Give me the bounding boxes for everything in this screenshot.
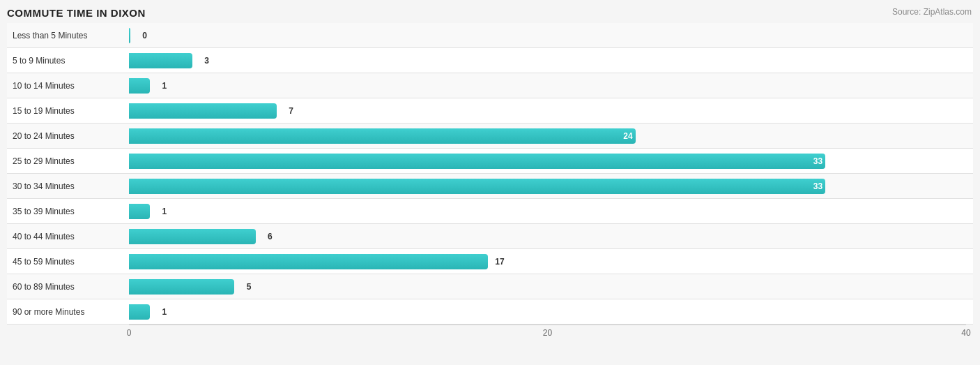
bar-row: 20 to 24 Minutes24 — [7, 124, 973, 149]
bar-row: 90 or more Minutes1 — [7, 299, 973, 325]
bar-track: 5 — [129, 279, 973, 295]
bar-track: 33 — [129, 179, 973, 194]
bar-fill: 1 — [129, 78, 150, 94]
bar-value: 0 — [142, 31, 147, 40]
bar-value: 3 — [204, 56, 209, 66]
bar-value: 7 — [289, 106, 293, 116]
bar-label: 25 to 29 Minutes — [7, 156, 129, 166]
bar-track: 3 — [129, 53, 973, 68]
bar-track: 1 — [129, 204, 973, 219]
bar-row: 40 to 44 Minutes6 — [7, 224, 973, 249]
bar-fill: 33 — [129, 154, 825, 169]
chart-container: COMMUTE TIME IN DIXON Source: ZipAtlas.c… — [0, 0, 980, 359]
bar-fill: 1 — [129, 304, 150, 320]
bar-row: 35 to 39 Minutes1 — [7, 199, 973, 224]
bar-label: 35 to 39 Minutes — [7, 207, 129, 216]
bar-value: 5 — [247, 282, 252, 292]
source-label: Source: ZipAtlas.com — [892, 7, 972, 17]
bar-track: 17 — [129, 254, 973, 269]
bar-label: 10 to 14 Minutes — [7, 81, 129, 91]
bar-row: 15 to 19 Minutes7 — [7, 98, 973, 124]
bar-value: 1 — [162, 207, 167, 216]
bar-track: 24 — [129, 128, 973, 144]
bar-track: 7 — [129, 103, 973, 119]
bar-row: Less than 5 Minutes0 — [7, 23, 973, 48]
bar-label: 30 to 34 Minutes — [7, 181, 129, 191]
bar-fill: 17 — [129, 254, 488, 269]
bar-value: 6 — [268, 232, 273, 241]
bar-fill: 6 — [129, 229, 256, 244]
bar-row: 45 to 59 Minutes17 — [7, 249, 973, 274]
bar-row: 25 to 29 Minutes33 — [7, 149, 973, 174]
bar-row: 10 to 14 Minutes1 — [7, 73, 973, 98]
bar-label: Less than 5 Minutes — [7, 31, 129, 40]
x-axis-tick: 0 — [127, 328, 132, 338]
bar-fill: 3 — [129, 53, 192, 68]
bar-track: 1 — [129, 304, 973, 320]
bar-fill: 7 — [129, 103, 277, 119]
bar-value: 17 — [495, 257, 504, 267]
chart-title: COMMUTE TIME IN DIXON — [7, 7, 973, 19]
chart-area: Less than 5 Minutes05 to 9 Minutes310 to… — [7, 23, 973, 325]
bar-fill: 33 — [129, 179, 825, 194]
bar-fill: 0 — [129, 28, 130, 43]
bar-fill: 24 — [129, 128, 636, 144]
bar-label: 60 to 89 Minutes — [7, 282, 129, 292]
bar-label: 20 to 24 Minutes — [7, 131, 129, 141]
bar-fill: 5 — [129, 279, 234, 295]
bar-value: 1 — [162, 307, 167, 317]
bar-label: 45 to 59 Minutes — [7, 257, 129, 267]
x-axis: 02040 — [129, 325, 966, 338]
bar-label: 5 to 9 Minutes — [7, 56, 129, 66]
bar-label: 15 to 19 Minutes — [7, 106, 129, 116]
bar-label: 40 to 44 Minutes — [7, 232, 129, 241]
bar-track: 33 — [129, 154, 973, 169]
x-axis-tick: 20 — [543, 328, 552, 338]
bar-track: 0 — [129, 28, 973, 43]
bar-value: 33 — [813, 181, 822, 191]
bar-fill: 1 — [129, 204, 150, 219]
bar-value: 1 — [162, 81, 167, 91]
bar-track: 1 — [129, 78, 973, 94]
bar-value: 33 — [813, 156, 822, 166]
bar-value: 24 — [623, 131, 632, 141]
bar-row: 30 to 34 Minutes33 — [7, 174, 973, 199]
bar-label: 90 or more Minutes — [7, 307, 129, 317]
bar-row: 60 to 89 Minutes5 — [7, 274, 973, 299]
bar-row: 5 to 9 Minutes3 — [7, 48, 973, 73]
bar-track: 6 — [129, 229, 973, 244]
x-axis-tick: 40 — [961, 328, 970, 338]
